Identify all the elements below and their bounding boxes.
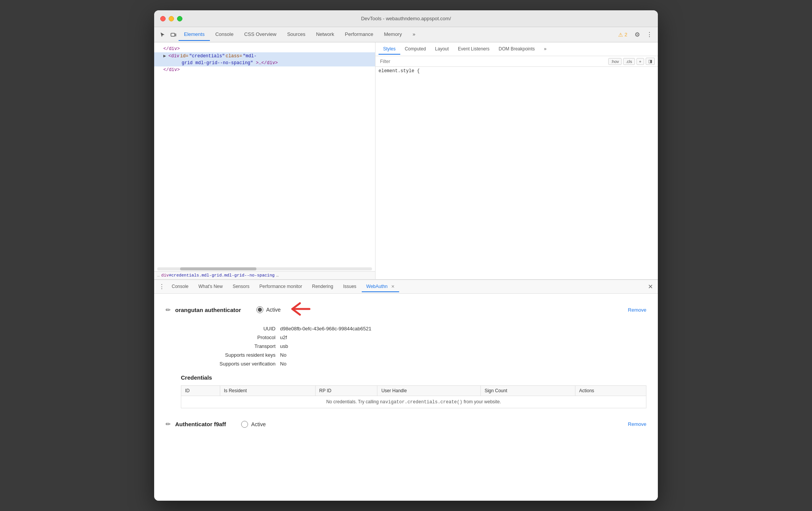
authenticator-1-info-grid: UUID d98e08fb-0efc-43e6-968c-99844cab652… (181, 326, 646, 367)
credentials-heading: Credentials (181, 374, 646, 381)
drawer-tab-console[interactable]: Console (167, 281, 193, 292)
transport-value: usb (280, 343, 646, 349)
elements-tree[interactable]: </div> ▶ <div id="credentials" class="md… (154, 42, 375, 267)
html-line-1: </div> (154, 45, 375, 52)
breadcrumb-bar: … div#credentials.mdl-grid.mdl-grid--no-… (154, 271, 375, 279)
protocol-value: u2f (280, 335, 646, 340)
window-title: DevTools - webauthndemo.appspot.com/ (361, 16, 451, 21)
devtools-toolbar-right: ⚠ 2 ⚙ ⋮ (615, 29, 655, 40)
html-line-2b: grid mdl-grid--no-spacing" >…</div> (154, 60, 375, 66)
drawer-tab-whats-new[interactable]: What's New (194, 281, 227, 292)
styles-filter-bar: :hov .cls + ◨ (375, 56, 658, 67)
tab-memory[interactable]: Memory (379, 28, 407, 41)
tab-styles[interactable]: Styles (379, 44, 400, 55)
styles-filter-input[interactable] (379, 58, 607, 65)
transport-label: Transport (181, 343, 280, 349)
tab-event-listeners[interactable]: Event Listeners (453, 44, 494, 55)
no-creds-text-after: from your website. (462, 399, 501, 404)
col-rp-id: RP ID (315, 386, 377, 396)
webauthn-tab-close[interactable]: ✕ (391, 284, 395, 289)
tab-console[interactable]: Console (210, 28, 239, 41)
settings-icon[interactable]: ⚙ (632, 29, 643, 40)
device-toolbar-icon[interactable] (168, 29, 179, 40)
warning-badge[interactable]: ⚠ 2 (615, 30, 630, 39)
devtools-window: DevTools - webauthndemo.appspot.com/ Ele… (154, 10, 658, 501)
style-rule: element.style { (375, 67, 658, 75)
cls-button[interactable]: .cls (623, 58, 635, 65)
uuid-value: d98e08fb-0efc-43e6-968c-99844cab6521 (280, 326, 646, 332)
maximize-button[interactable] (177, 16, 182, 21)
drawer-close-button[interactable]: ✕ (646, 282, 655, 291)
tab-performance[interactable]: Performance (340, 28, 379, 41)
html-line-3: </div> (154, 66, 375, 73)
no-creds-code: navigator.credentials.create() (380, 399, 462, 405)
authenticator-2-edit-icon[interactable]: ✏ (166, 420, 171, 428)
authenticator-1-remove-link[interactable]: Remove (628, 307, 646, 313)
bottom-drawer: ⋮ Console What's New Sensors Performance… (154, 279, 658, 501)
no-credentials-cell: No credentials. Try calling navigator.cr… (181, 396, 646, 408)
authenticator-2-active-label: Active (251, 421, 266, 427)
svg-rect-0 (171, 33, 175, 36)
add-style-button[interactable]: + (636, 58, 644, 65)
more-tabs-button[interactable]: » (407, 28, 420, 41)
tab-layout[interactable]: Layout (430, 44, 453, 55)
warning-icon: ⚠ (618, 32, 623, 38)
devtools-top-tabs: Elements Console CSS Overview Sources Ne… (154, 27, 658, 42)
drawer-tab-issues[interactable]: Issues (338, 281, 361, 292)
authenticator-1-name: orangutan authenticator (175, 307, 241, 313)
authenticator-2-active-radio[interactable] (241, 421, 248, 428)
authenticator-1-active-group: Active (256, 301, 311, 318)
authenticator-2-name: Authenticator f9aff (175, 421, 226, 427)
tab-dom-breakpoints[interactable]: DOM Breakpoints (494, 44, 540, 55)
tab-elements[interactable]: Elements (179, 28, 210, 41)
horizontal-scrollbar[interactable] (157, 267, 372, 270)
col-user-handle: User Handle (377, 386, 480, 396)
resident-keys-value: No (280, 352, 646, 358)
breadcrumb-dots: … (157, 273, 160, 278)
close-button[interactable] (160, 16, 166, 21)
credentials-table-header-row: ID Is Resident RP ID User Handle Sign Co… (181, 386, 646, 396)
authenticator-1-section: ✏ orangutan authenticator Active (166, 301, 646, 408)
tab-computed[interactable]: Computed (400, 44, 430, 55)
no-credentials-row: No credentials. Try calling navigator.cr… (181, 396, 646, 408)
user-verification-label: Supports user verification (181, 361, 280, 367)
drawer-tabs: ⋮ Console What's New Sensors Performance… (154, 280, 658, 294)
col-actions: Actions (575, 386, 646, 396)
credentials-section: Credentials ID Is Resident RP ID User Ha… (181, 374, 646, 408)
authenticator-2-remove-link[interactable]: Remove (628, 421, 646, 427)
user-verification-value: No (280, 361, 646, 367)
webauthn-panel-content: ✏ orangutan authenticator Active (154, 294, 658, 501)
col-is-resident: Is Resident (220, 386, 315, 396)
tab-css-overview[interactable]: CSS Overview (239, 28, 282, 41)
tab-network[interactable]: Network (311, 28, 340, 41)
warning-count: 2 (625, 32, 627, 37)
authenticator-1-edit-icon[interactable]: ✏ (166, 306, 171, 314)
protocol-label: Protocol (181, 335, 280, 340)
drawer-tab-webauthn[interactable]: WebAuthn ✕ (362, 281, 399, 292)
authenticator-1-active-radio[interactable] (256, 306, 263, 313)
uuid-label: UUID (181, 326, 280, 332)
drawer-menu-icon[interactable]: ⋮ (157, 282, 166, 291)
minimize-button[interactable] (169, 16, 174, 21)
authenticator-1-header: ✏ orangutan authenticator Active (166, 301, 646, 318)
breadcrumb-link[interactable]: div#credentials.mdl-grid.mdl-grid--no-sp… (161, 273, 275, 278)
traffic-lights (160, 16, 182, 21)
layout-toggle-button[interactable]: ◨ (646, 58, 655, 65)
svg-rect-1 (175, 34, 176, 36)
col-id: ID (181, 386, 220, 396)
drawer-tab-performance-monitor[interactable]: Performance monitor (255, 281, 307, 292)
breadcrumb-more[interactable]: … (276, 273, 279, 278)
styles-panel: Styles Computed Layout Event Listeners D… (375, 42, 658, 279)
tab-more-styles[interactable]: » (540, 44, 551, 55)
authenticator-2-header: ✏ Authenticator f9aff Active Remove (166, 420, 646, 428)
html-line-2-selected[interactable]: ▶ <div id="credentials" class="mdl- (154, 52, 375, 60)
drawer-tab-sensors[interactable]: Sensors (228, 281, 254, 292)
cursor-icon[interactable] (157, 29, 168, 40)
drawer-tab-rendering[interactable]: Rendering (308, 281, 338, 292)
authenticator-2-section: ✏ Authenticator f9aff Active Remove (166, 420, 646, 428)
menu-icon[interactable]: ⋮ (644, 29, 655, 40)
authenticator-2-active-group: Active (241, 421, 266, 428)
tab-sources[interactable]: Sources (282, 28, 311, 41)
elements-panel: </div> ▶ <div id="credentials" class="md… (154, 42, 375, 279)
hov-button[interactable]: :hov (608, 58, 622, 65)
